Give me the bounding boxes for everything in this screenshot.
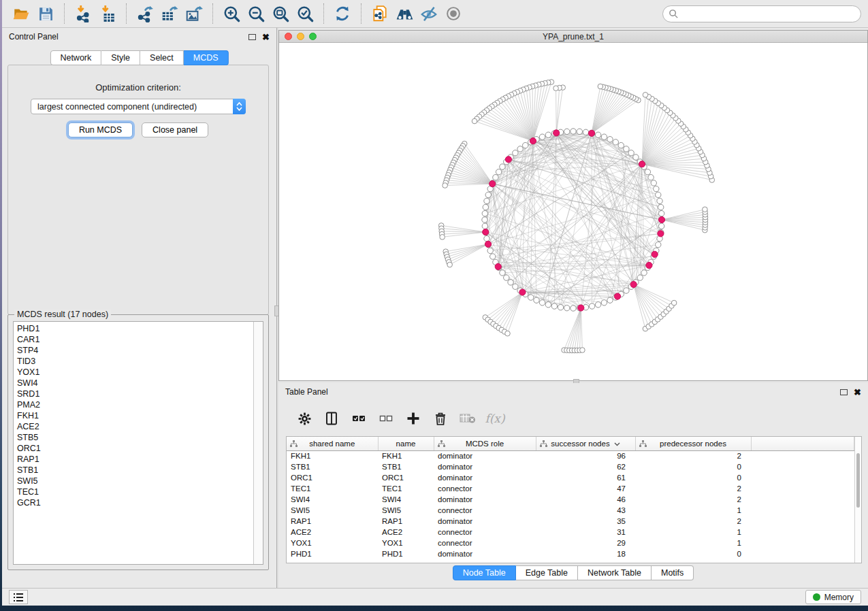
cell-pred[interactable]: 0 [635,548,751,559]
cell-succ[interactable]: 46 [536,494,635,505]
cell-succ[interactable]: 62 [536,461,635,472]
close-panel-button[interactable]: Close panel [142,122,208,137]
save-session-button[interactable] [33,2,58,25]
mcds-result-item[interactable]: TEC1 [17,486,253,497]
graph-node[interactable] [534,297,539,303]
optimization-select[interactable]: largest connected component (undirected) [31,99,246,114]
graph-hub-node[interactable] [485,241,491,247]
node-table[interactable]: shared namenameMCDS rolesuccessor nodesp… [286,436,862,563]
graph-hub-node[interactable] [652,251,658,257]
cell-succ[interactable]: 29 [536,538,635,548]
graph-node[interactable] [490,254,496,259]
cell-role[interactable]: dominator [434,461,536,472]
zoom-out-button[interactable] [244,2,268,25]
cell-succ[interactable]: 61 [536,472,635,483]
graph-node[interactable] [440,235,445,240]
cell-pred[interactable]: 2 [635,483,751,494]
graph-node[interactable] [545,302,551,308]
graph-node[interactable] [558,304,563,310]
show-all-button[interactable] [441,2,466,25]
graph-node[interactable] [618,142,624,148]
mcds-result-item[interactable]: CAR1 [17,334,253,345]
graph-node[interactable] [577,129,582,134]
graph-node[interactable] [607,137,613,142]
graph-node[interactable] [447,262,453,267]
graph-node[interactable] [643,93,648,98]
export-network-button[interactable] [133,2,157,25]
cell-pred[interactable]: 2 [635,450,751,461]
column-header-name[interactable]: name [378,437,434,450]
mcds-result-item[interactable]: SWI5 [17,476,253,486]
graph-hub-node[interactable] [530,138,536,144]
graph-node[interactable] [583,129,588,135]
graph-hub-node[interactable] [588,130,594,136]
graph-node[interactable] [654,186,659,191]
mcds-result-item[interactable]: TID3 [17,356,253,367]
cell-role[interactable]: dominator [434,548,536,559]
table-row[interactable]: TEC1TEC1connector472 [287,483,854,494]
graph-hub-node[interactable] [495,263,501,269]
graph-node[interactable] [551,303,557,309]
tab-mcds[interactable]: MCDS [184,50,229,65]
graph-node[interactable] [493,174,498,180]
cell-succ[interactable]: 18 [536,548,635,559]
graph-hub-node[interactable] [646,262,652,268]
table-row[interactable]: RAP1RAP1dominator352 [287,516,854,527]
table-scrollbar[interactable] [854,437,862,563]
mcds-result-item[interactable]: SWI4 [17,378,253,389]
select-all-button[interactable] [349,408,369,429]
mcds-list-scrollbar[interactable] [253,322,263,564]
graph-hub-node[interactable] [553,130,560,136]
cell-succ[interactable]: 47 [536,483,635,494]
cell-name[interactable]: ACE2 [378,527,434,538]
table-row[interactable]: PHD1PHD1dominator180 [287,548,854,559]
cell-pred[interactable]: 2 [635,494,751,505]
export-table-button[interactable] [157,2,182,25]
graph-node[interactable] [496,169,501,175]
graph-node[interactable] [656,242,661,247]
graph-node[interactable] [487,248,493,253]
hide-selected-button[interactable] [417,2,441,25]
scrollbar-thumb[interactable] [856,453,861,508]
graph-node[interactable] [443,183,448,188]
tab-style[interactable]: Style [101,50,140,65]
cell-name[interactable]: RAP1 [378,516,434,527]
mcds-result-item[interactable]: GCR1 [17,497,253,508]
graph-node[interactable] [517,146,523,152]
graph-node[interactable] [545,132,551,137]
column-browser-button[interactable] [321,408,342,429]
tab-network-table[interactable]: Network Table [578,565,652,580]
open-session-button[interactable] [9,2,33,25]
graph-node[interactable] [624,146,629,152]
close-panel-icon[interactable]: ✖ [854,388,861,397]
column-header-MCDS-role[interactable]: MCDS role [434,437,536,450]
cell-role[interactable]: connector [434,483,536,494]
graph-hub-node[interactable] [489,181,496,187]
graph-hub-node[interactable] [630,281,637,287]
network-graph[interactable] [279,43,867,380]
zoom-fit-button[interactable] [268,2,293,25]
mcds-result-item[interactable]: FKH1 [17,410,253,421]
cell-role[interactable]: dominator [434,450,536,461]
graph-node[interactable] [703,207,708,212]
graph-node[interactable] [637,275,643,280]
memory-button[interactable]: Memory [805,590,861,604]
graph-node[interactable] [513,284,518,289]
tab-edge-table[interactable]: Edge Table [516,565,578,580]
graph-node[interactable] [484,198,489,203]
delete-column-button[interactable] [430,408,451,429]
graph-node[interactable] [523,142,528,148]
mcds-result-item[interactable]: YOX1 [17,367,253,378]
zoom-selected-button[interactable] [293,2,317,25]
import-table-button[interactable] [95,2,120,25]
run-mcds-button[interactable]: Run MCDS [68,122,133,137]
cell-name[interactable]: FKH1 [378,450,434,461]
add-column-button[interactable] [403,408,423,429]
column-header-shared-name[interactable]: shared name [287,437,378,450]
graph-node[interactable] [658,223,664,229]
search-input[interactable] [679,9,855,18]
graph-node[interactable] [508,280,513,285]
close-panel-icon[interactable]: ✖ [262,33,270,42]
float-panel-icon[interactable] [248,34,256,40]
graph-hub-node[interactable] [578,305,584,311]
